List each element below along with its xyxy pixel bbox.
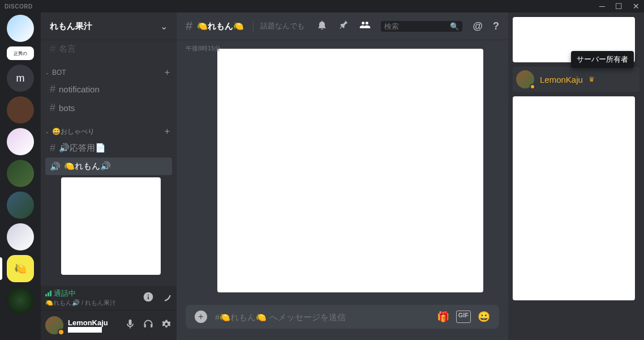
user-avatar[interactable] <box>45 316 63 334</box>
emoji-icon[interactable]: 😀 <box>478 311 490 323</box>
message-timestamp: 午後8時15分 <box>186 44 221 53</box>
gift-icon[interactable]: 🎁 <box>437 311 449 323</box>
server-list: 正男の m 🍋 <box>0 12 41 340</box>
member-item[interactable]: サーバー所有者 LemonKaju ♛ <box>513 67 639 92</box>
signal-icon <box>45 291 51 296</box>
volume-icon: 🔊 <box>50 162 61 172</box>
member-avatar <box>516 70 534 88</box>
server-icon-active[interactable]: 🍋 <box>7 255 34 282</box>
hash-icon: # <box>50 83 55 95</box>
chat-header: # 🍋れもん🍋 話題なんでも 🔍 @ ? <box>177 12 508 40</box>
server-icon[interactable] <box>7 192 34 219</box>
server-icon[interactable] <box>7 15 34 42</box>
app-logo: DISCORD <box>5 3 33 10</box>
pin-icon[interactable] <box>338 19 349 33</box>
hash-icon: # <box>186 19 192 33</box>
search-input[interactable] <box>384 22 450 31</box>
window-minimize-icon[interactable]: ─ <box>599 2 605 11</box>
attach-icon[interactable]: + <box>195 311 207 323</box>
message-input[interactable] <box>215 312 429 322</box>
channel-topic[interactable]: 話題なんでも <box>253 21 304 31</box>
server-icon[interactable] <box>7 223 34 250</box>
channel-name: 🔊応答用📄 <box>59 143 106 154</box>
server-icon[interactable] <box>7 96 34 124</box>
text-channel[interactable]: # 🔊応答用📄 <box>45 139 172 158</box>
member-name: LemonKaju <box>540 75 583 84</box>
chevron-down-icon: ⌄ <box>45 70 52 75</box>
add-channel-icon[interactable]: + <box>165 126 170 137</box>
server-icon[interactable]: 正男の <box>7 46 34 60</box>
crown-icon: ♛ <box>589 75 595 83</box>
message-list: 午後8時15分 <box>177 40 508 305</box>
hash-icon: # <box>50 102 55 114</box>
channel-name: notification <box>59 84 100 94</box>
status-idle-icon <box>530 84 535 90</box>
mute-icon[interactable] <box>124 318 136 332</box>
category-label: 😄おしゃべり <box>52 127 95 137</box>
search-icon: 🔍 <box>450 22 459 31</box>
mentions-icon[interactable]: @ <box>473 20 483 32</box>
deafen-icon[interactable] <box>143 318 154 332</box>
channel-name: bots <box>59 103 75 113</box>
server-icon[interactable] <box>7 160 34 187</box>
hash-icon: # <box>50 43 55 55</box>
voice-status-panel: 通話中 🍋れもん🔊 / れもん果汁 <box>41 286 177 311</box>
voice-user-video[interactable] <box>61 177 161 275</box>
user-activity <box>68 327 102 333</box>
notifications-icon[interactable] <box>316 19 328 33</box>
hash-icon: # <box>50 142 55 154</box>
message-attachment-image[interactable] <box>217 49 483 292</box>
channel-name: 🍋れもん🔊 <box>64 161 111 172</box>
text-channel[interactable]: # bots <box>45 99 172 117</box>
username: LemonKaju <box>68 318 120 327</box>
server-icon[interactable] <box>7 128 34 155</box>
info-icon[interactable] <box>143 291 154 305</box>
voice-channel-path: 🍋れもん🔊 / れもん果汁 <box>45 299 143 307</box>
member-content-preview[interactable] <box>513 96 635 300</box>
text-channel[interactable]: # 名言 <box>45 40 172 58</box>
channel-category[interactable]: ⌄ 😄おしゃべり + <box>45 117 172 139</box>
add-channel-icon[interactable]: + <box>165 67 170 78</box>
channel-title: 🍋れもん🍋 <box>197 21 244 32</box>
category-label: BOT <box>52 69 66 76</box>
owner-tooltip: サーバー所有者 <box>571 51 634 68</box>
message-input-box: + 🎁 GIF 😀 <box>186 305 499 329</box>
chevron-down-icon: ⌄ <box>160 21 168 32</box>
members-icon[interactable] <box>359 19 371 33</box>
help-icon[interactable]: ? <box>493 20 499 32</box>
voice-channel-active[interactable]: 🔊 🍋れもん🔊 <box>45 158 172 175</box>
server-icon[interactable] <box>7 287 34 314</box>
search-box[interactable]: 🔍 <box>381 21 462 32</box>
disconnect-icon[interactable] <box>161 291 172 305</box>
chevron-down-icon: ⌄ <box>45 129 52 134</box>
channel-category[interactable]: ⌄ BOT + <box>45 58 172 80</box>
text-channel[interactable]: # notification <box>45 80 172 99</box>
server-header[interactable]: れもん果汁 ⌄ <box>41 12 177 40</box>
channel-name: 名言 <box>59 44 76 54</box>
server-icon[interactable]: m <box>7 65 34 92</box>
server-name: れもん果汁 <box>50 21 160 32</box>
members-list: サーバー所有者 LemonKaju ♛ <box>508 12 644 340</box>
status-idle-icon <box>58 329 65 335</box>
voice-status-text: 通話中 <box>54 288 76 299</box>
window-close-icon[interactable]: ✕ <box>633 2 639 11</box>
user-panel: LemonKaju <box>41 311 177 340</box>
gif-icon[interactable]: GIF <box>456 311 471 323</box>
settings-icon[interactable] <box>161 318 172 332</box>
window-maximize-icon[interactable]: ☐ <box>615 2 622 11</box>
